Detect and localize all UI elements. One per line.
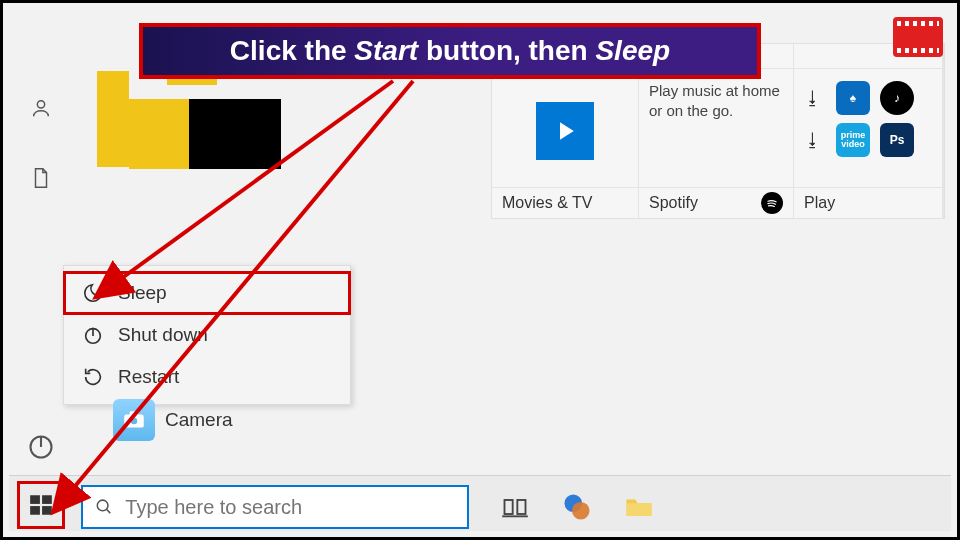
power-icon [82, 324, 104, 346]
start-button[interactable] [17, 481, 65, 529]
play-label[interactable]: Play [794, 188, 942, 218]
play-icon [536, 102, 594, 160]
sleep-label: Sleep [118, 282, 167, 304]
shutdown-menu-item[interactable]: Shut down [64, 314, 350, 356]
svg-line-14 [106, 509, 110, 513]
restart-label: Restart [118, 366, 179, 388]
user-account-button[interactable] [26, 93, 56, 123]
solitaire-icon[interactable]: ♠ [836, 81, 870, 115]
svg-point-13 [97, 500, 108, 511]
moon-icon [82, 282, 104, 304]
shutdown-label: Shut down [118, 324, 208, 346]
svg-rect-12 [42, 506, 52, 515]
restart-icon [82, 366, 104, 388]
instruction-callout: Click the Start button, then Sleep [139, 23, 761, 79]
play-group-tile[interactable]: ⭳ ♠ ♪ ⭳ primevideo Ps [794, 69, 942, 187]
svg-marker-8 [560, 122, 574, 140]
svg-rect-9 [30, 495, 40, 504]
search-input[interactable] [125, 496, 455, 519]
prime-video-icon[interactable]: primevideo [836, 123, 870, 157]
restart-menu-item[interactable]: Restart [64, 356, 350, 398]
svg-rect-20 [627, 503, 652, 516]
documents-button[interactable] [26, 163, 56, 193]
taskbar-pinned-apps [495, 487, 659, 527]
spotify-icon [761, 192, 783, 214]
svg-rect-16 [517, 500, 525, 514]
download-icon: ⭳ [804, 88, 826, 109]
camera-label: Camera [165, 409, 233, 431]
spotify-label[interactable]: Spotify [639, 188, 793, 218]
camera-app-item[interactable]: Camera [113, 399, 233, 441]
photoshop-icon[interactable]: Ps [880, 123, 914, 157]
start-menu-rail [21, 93, 61, 193]
task-view-button[interactable] [495, 487, 535, 527]
svg-point-19 [572, 502, 590, 520]
svg-point-0 [37, 101, 44, 108]
movies-tv-tile[interactable] [492, 69, 638, 187]
tiktok-icon[interactable]: ♪ [880, 81, 914, 115]
svg-rect-11 [30, 506, 40, 515]
download-icon: ⭳ [804, 130, 826, 151]
sleep-menu-item[interactable]: Sleep [64, 272, 350, 314]
film-and-tv-icon[interactable] [893, 17, 943, 57]
spotify-desc: Play music at home or on the go. [649, 81, 783, 122]
camera-icon [113, 399, 155, 441]
power-button[interactable] [27, 433, 55, 461]
svg-rect-10 [42, 495, 52, 504]
svg-rect-7 [130, 411, 139, 415]
taskbar-search[interactable] [81, 485, 469, 529]
windows-logo-icon [28, 492, 54, 518]
movies-tv-label[interactable]: Movies & TV [492, 188, 638, 218]
search-icon [95, 497, 113, 517]
power-menu: Sleep Shut down Restart [63, 265, 351, 405]
chat-button[interactable] [557, 487, 597, 527]
svg-rect-15 [505, 500, 513, 514]
file-explorer-button[interactable] [619, 487, 659, 527]
spotify-tile[interactable]: Play music at home or on the go. [639, 69, 793, 187]
svg-point-6 [131, 418, 138, 425]
